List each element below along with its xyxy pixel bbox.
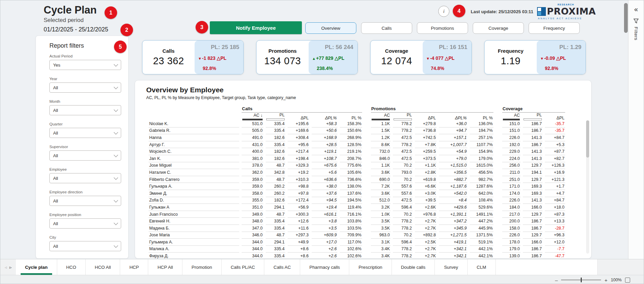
view-button-coverage[interactable]: Coverage xyxy=(473,22,524,34)
employee-name-cell[interactable]: Jose Maria xyxy=(149,232,239,239)
value-cell: +675.6 xyxy=(312,162,337,169)
employee-name-cell[interactable]: Наталия С. xyxy=(149,169,239,176)
filter-selected-value: All xyxy=(53,244,58,249)
tab-double-calls[interactable]: Double calls xyxy=(392,259,435,275)
tab-survey[interactable]: Survey xyxy=(435,259,467,275)
tab-promotion[interactable]: Promotion xyxy=(182,259,222,275)
value-cell: +38.0 xyxy=(312,183,337,190)
expand-filters-pane-button[interactable]: « xyxy=(634,6,638,13)
filter-dropdown-actual-period[interactable]: Yes xyxy=(49,60,121,70)
filter-dropdown-month[interactable]: All xyxy=(49,105,121,115)
value-cell: 70.2 xyxy=(393,162,413,169)
filter-dropdown-supervisor[interactable]: All xyxy=(49,150,121,161)
value-cell: 158.0 xyxy=(502,225,520,232)
view-button-frequency[interactable]: Frequency xyxy=(529,22,580,34)
value-cell: 141.3 xyxy=(523,155,542,162)
column-header-coverage--pl[interactable]: ΔPL xyxy=(545,113,565,120)
employee-name-cell[interactable]: Zofia D. xyxy=(149,197,239,204)
column-header-calls--pl-[interactable]: ΔPL% xyxy=(312,113,337,120)
employee-name-cell[interactable]: Гульнара А. xyxy=(149,183,239,190)
tab-cycle-plan[interactable]: Cycle plan xyxy=(16,259,57,275)
employee-name-cell[interactable]: Артур Г. xyxy=(149,141,239,148)
filter-dropdown-year[interactable]: All xyxy=(49,82,121,93)
value-cell: 200.0 xyxy=(502,218,520,225)
employee-name-cell[interactable]: Jose Miguel xyxy=(149,162,239,169)
page-scrollbar[interactable] xyxy=(624,2,628,272)
page-scrollbar-thumb[interactable] xyxy=(624,3,628,33)
value-cell: 778.2 xyxy=(393,253,413,259)
employee-name-cell[interactable]: Wojciech C. xyxy=(149,148,239,155)
employee-name-cell[interactable]: Jan K. xyxy=(149,155,239,162)
kpi-row: Calls23 362PL: 25 185▼-1 823 △PL92.8%Pro… xyxy=(142,40,586,74)
employee-name-cell[interactable]: Гульмира А. xyxy=(149,239,239,246)
tab-hcp[interactable]: HCP xyxy=(120,259,148,275)
zoom-in-button[interactable]: + xyxy=(604,278,607,283)
employee-name-cell[interactable]: Juan Francisco xyxy=(149,211,239,218)
value-cell: 557.6 xyxy=(393,190,413,197)
column-header-calls-ac-[interactable]: AC ↓ xyxy=(242,113,263,120)
value-cell: +2.8K xyxy=(415,169,437,176)
column-header-coverage-pl[interactable]: PL xyxy=(523,113,542,120)
tab-prescription[interactable]: Prescription xyxy=(349,259,392,275)
employee-name-cell[interactable]: Фируза Д. xyxy=(149,253,239,259)
employee-name-cell[interactable]: Filiberto Carrero xyxy=(149,176,239,183)
tabs-prev-icon[interactable]: ◃ xyxy=(4,265,7,270)
tab-calls-pl-ac[interactable]: Calls PL/AC xyxy=(222,259,265,275)
tab-hcp-all[interactable]: HCP All xyxy=(148,259,182,275)
filter-dropdown-employee-direction[interactable]: All xyxy=(49,196,121,206)
kpi-value: 23 362 xyxy=(153,55,184,67)
tabs-next-icon[interactable]: ▹ xyxy=(9,265,12,270)
table-scrollbar-thumb[interactable] xyxy=(586,120,589,158)
employee-name-cell[interactable]: Мадина Б. xyxy=(149,225,239,232)
filter-dropdown-employee-position[interactable]: All xyxy=(49,218,121,229)
zoom-out-button[interactable]: – xyxy=(555,278,558,283)
kpi-title: Coverage xyxy=(385,48,408,54)
value-cell: 442.1% xyxy=(470,253,493,259)
column-header-coverage-ac[interactable]: AC xyxy=(502,113,520,120)
employee-name-cell[interactable]: Евгений Н. xyxy=(149,218,239,225)
tab-calls-ac[interactable]: Calls AC xyxy=(264,259,300,275)
value-cell: +308.4 xyxy=(288,134,309,141)
tab-pharmacy-calls[interactable]: Pharmacy calls xyxy=(300,259,349,275)
view-switcher: OverviewCallsPromotionsCoverageFrequency xyxy=(305,22,580,34)
value-cell: 982.7% xyxy=(470,176,493,183)
column-header-calls-pl[interactable]: PL xyxy=(266,113,285,120)
column-header-promotions-pl-[interactable]: PL % xyxy=(470,113,493,120)
zoom-slider-thumb[interactable] xyxy=(581,278,582,282)
column-header-promotions-ac[interactable]: AC xyxy=(371,113,391,120)
fit-to-page-icon[interactable] xyxy=(625,278,630,283)
value-cell: +169.6 xyxy=(288,127,309,135)
employee-name-cell[interactable]: Nicolae K. xyxy=(149,120,239,127)
zoom-slider[interactable] xyxy=(561,280,601,280)
column-header-promotions-pl[interactable]: PL xyxy=(393,113,413,120)
filter-dropdown-employee[interactable]: All xyxy=(49,173,121,183)
column-header-promotions--pl-[interactable]: ΔPL% xyxy=(439,113,467,120)
value-cell: 186.7 xyxy=(523,253,542,259)
kpi-plan-value: PL: 16 151 xyxy=(426,44,467,51)
column-header-promotions--pl[interactable]: ΔPL xyxy=(415,113,437,120)
tab-clm[interactable]: CLM xyxy=(468,259,496,275)
tab-hco[interactable]: HCO xyxy=(57,259,86,275)
filter-dropdown-quarter[interactable]: All xyxy=(49,128,121,138)
tab-hco-all[interactable]: HCO All xyxy=(86,259,120,275)
table-scrollbar[interactable] xyxy=(586,120,589,254)
notify-employee-button[interactable]: Notify Employee xyxy=(210,21,302,34)
value-cell: +736.8 xyxy=(415,127,437,135)
column-header-calls-pl-[interactable]: PL % xyxy=(340,113,362,120)
value-cell: 3.2K xyxy=(371,204,391,211)
column-header-calls--pl[interactable]: ΔPL xyxy=(288,113,309,120)
matrix-corner-cell xyxy=(149,113,239,120)
filter-dropdown-city[interactable]: All xyxy=(49,241,121,251)
employee-name-cell[interactable]: Малика А. xyxy=(149,246,239,253)
view-button-promotions[interactable]: Promotions xyxy=(417,22,468,34)
employee-name-cell[interactable]: Gabriela R. xyxy=(149,127,239,135)
view-button-overview[interactable]: Overview xyxy=(305,22,356,34)
value-cell: 182.6 xyxy=(266,148,285,155)
employee-name-cell[interactable]: Эмине Д. xyxy=(149,190,239,197)
info-icon[interactable]: i xyxy=(438,6,449,17)
value-cell: -28.7 xyxy=(545,225,565,232)
employee-name-cell[interactable]: Гульжан А xyxy=(149,204,239,211)
view-button-calls[interactable]: Calls xyxy=(361,22,412,34)
employee-name-cell[interactable]: Hanna xyxy=(149,134,239,141)
filter-funnel-icon[interactable] xyxy=(634,19,639,23)
